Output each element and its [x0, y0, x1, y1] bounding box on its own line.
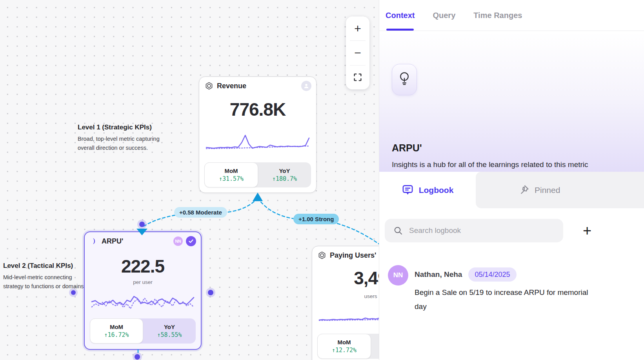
collaborator-badge[interactable]: NN	[173, 236, 183, 246]
level2-body-line: strategy to functions or domains.	[3, 282, 86, 291]
zoom-out-button[interactable]: −	[346, 41, 369, 65]
card-title: Paying Users'	[330, 251, 376, 260]
fullscreen-icon	[353, 72, 363, 82]
mom-change[interactable]: MoM ↑12.72%	[317, 334, 371, 359]
zoom-controls: + −	[346, 16, 369, 89]
tab-label: Context	[386, 11, 415, 20]
metric-card-revenue[interactable]: Revenue 776.8K MoM ↑31.57% YoY ↑180.7%	[199, 76, 317, 193]
context-header: ARPU' Insights is a hub for all of the l…	[379, 31, 644, 172]
metric-tree-canvas[interactable]: Level 1 (Strategic KPIs) Broad, top-leve…	[0, 0, 379, 360]
tab-time-ranges[interactable]: Time Ranges	[473, 0, 522, 31]
tab-query[interactable]: Query	[433, 0, 455, 31]
revenue-change-footer: MoM ↑31.57% YoY ↑180.7%	[204, 162, 311, 187]
card-title: ARPU'	[102, 237, 123, 245]
logbook-search[interactable]	[385, 219, 563, 242]
metric-unit: per user	[85, 279, 201, 285]
tab-pinned[interactable]: Pinned	[476, 172, 644, 208]
metric-description: Insights is a hub for all of the learnin…	[392, 158, 607, 171]
arpu-change-footer: MoM ↑16.72% YoY ↑58.55%	[90, 318, 196, 344]
zoom-in-button[interactable]: +	[346, 16, 369, 40]
active-tab-underline	[386, 29, 414, 31]
mom-change[interactable]: MoM ↑16.72%	[90, 318, 143, 344]
tab-context[interactable]: Context	[386, 0, 415, 31]
level2-title: Level 2 (Tactical KPIs)	[3, 262, 86, 270]
lightbulb-icon	[398, 71, 411, 89]
level1-body-line: Broad, top-level metric capturing	[78, 135, 160, 143]
yoy-change[interactable]: YoY ↑180.7%	[258, 162, 311, 187]
paying-card-header: Paying Users'	[318, 251, 376, 260]
tab-logbook[interactable]: Logbook	[379, 172, 476, 208]
level2-body-line: Mid-level metric connecting	[3, 273, 86, 282]
arrowhead-up-icon	[253, 193, 263, 201]
entry-author: Nathan, Neha	[415, 270, 462, 279]
correlation-label-strong[interactable]: +1.00 Strong	[293, 214, 339, 224]
pin-icon	[518, 184, 529, 196]
mom-value: 31.57%	[222, 175, 244, 182]
mom-label: MoM	[224, 167, 238, 174]
insights-panel: Context Query Time Ranges ARP	[379, 0, 644, 360]
fit-view-button[interactable]	[346, 65, 369, 89]
hexagon-icon	[205, 82, 213, 90]
mom-value: 12.72%	[335, 347, 357, 354]
yoy-label: YoY	[279, 167, 290, 174]
logbook-pinned-tabs: Logbook Pinned	[379, 172, 644, 208]
logbook-entry[interactable]: NN Nathan, Neha 05/14/2025 Begin a Sale …	[388, 265, 589, 314]
metric-name-heading: ARPU'	[392, 142, 422, 154]
correlation-label-moderate[interactable]: +0.58 Moderate	[174, 207, 227, 218]
yoy-label: YoY	[164, 324, 175, 330]
app: Level 1 (Strategic KPIs) Broad, top-leve…	[0, 0, 644, 360]
arpu-sparkline	[92, 291, 194, 315]
subtab-label: Logbook	[419, 185, 454, 195]
level1-body-line: overall direction or success.	[78, 144, 160, 152]
connection-handle-left[interactable]	[71, 290, 76, 295]
connection-handle-right[interactable]	[208, 290, 213, 295]
level2-annotation: Level 2 (Tactical KPIs) Mid-level metric…	[3, 262, 86, 291]
level1-annotation: Level 1 (Strategic KPIs) Broad, top-leve…	[78, 124, 160, 152]
yoy-value: 180.7%	[276, 175, 297, 182]
connection-handle-top[interactable]	[139, 222, 145, 227]
metric-card-arpu[interactable]: ARPU' NN 222.5 per user MoM ↑16.72% YoY	[84, 231, 202, 350]
hexagon-icon	[318, 251, 326, 260]
level1-title: Level 1 (Strategic KPIs)	[78, 124, 160, 131]
avatar: NN	[388, 265, 408, 285]
add-entry-button[interactable]: +	[577, 220, 597, 241]
owner-avatar-icon[interactable]	[301, 81, 311, 91]
metric-value: 776.8K	[199, 99, 316, 120]
tab-label: Time Ranges	[473, 11, 522, 20]
arpu-card-header: ARPU'	[90, 237, 123, 245]
mom-label: MoM	[110, 324, 123, 330]
moon-icon	[90, 237, 98, 245]
logbook-icon	[402, 184, 414, 196]
mom-change[interactable]: MoM ↑31.57%	[204, 162, 258, 187]
entry-date-badge: 05/14/2025	[468, 267, 516, 282]
revenue-sparkline	[206, 133, 309, 155]
search-input[interactable]	[409, 226, 556, 235]
yoy-change[interactable]: YoY ↑58.55%	[143, 318, 196, 344]
verified-check-icon[interactable]	[186, 236, 196, 246]
mom-value: 16.72%	[107, 331, 129, 338]
card-title: Revenue	[217, 82, 246, 90]
yoy-value: 58.55%	[160, 331, 182, 338]
insight-icon-tile	[392, 64, 417, 95]
up-arrow-icon: ↑	[332, 347, 335, 354]
up-arrow-icon: ↑	[219, 175, 222, 182]
entry-text: Begin a Sale on 5/19 to increase ARPU fo…	[415, 285, 589, 314]
metric-value: 222.5	[85, 256, 201, 277]
tab-label: Query	[433, 11, 455, 20]
connection-handle-bottom[interactable]	[135, 354, 140, 360]
mom-label: MoM	[337, 339, 351, 345]
revenue-card-header: Revenue	[205, 82, 246, 90]
subtab-label: Pinned	[535, 185, 560, 195]
search-icon	[393, 226, 403, 235]
up-arrow-icon: ↑	[272, 175, 276, 182]
panel-tab-bar: Context Query Time Ranges	[379, 0, 644, 31]
